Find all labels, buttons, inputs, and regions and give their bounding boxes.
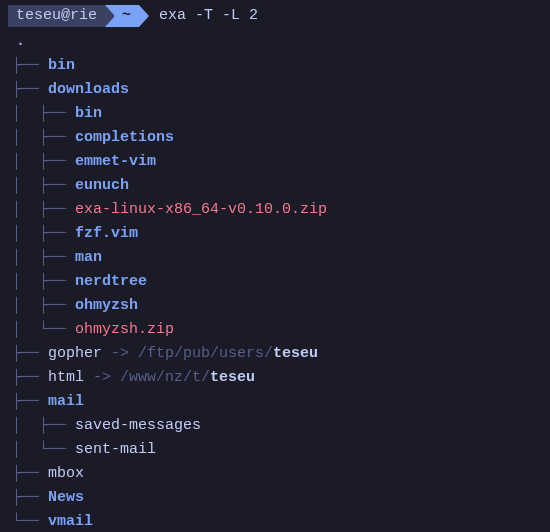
tree-branch-icon: │ ├──: [12, 177, 75, 194]
tree-entry-name: bin: [75, 105, 102, 122]
tree-entry-name: ohmyzsh: [75, 297, 138, 314]
tree-entry-name: saved-messages: [75, 417, 201, 434]
chevron-icon: [139, 5, 149, 27]
tree-entry-name: eunuch: [75, 177, 129, 194]
tree-row: ├── downloads: [8, 78, 542, 102]
tree-row: └── vmail: [8, 510, 542, 532]
tree-row: ├── html -> /www/nz/t/teseu: [8, 366, 542, 390]
tree-row: ├── gopher -> /ftp/pub/users/teseu: [8, 342, 542, 366]
prompt-dir: ~: [114, 5, 139, 27]
symlink-target: teseu: [210, 369, 255, 386]
tree-entry-name: nerdtree: [75, 273, 147, 290]
tree-branch-icon: ├──: [12, 345, 48, 362]
tree-entry-name: mbox: [48, 465, 84, 482]
tree-entry-name: sent-mail: [75, 441, 156, 458]
tree-row: │ ├── eunuch: [8, 174, 542, 198]
tree-row: │ ├── emmet-vim: [8, 150, 542, 174]
prompt-command[interactable]: exa -T -L 2: [159, 4, 258, 28]
tree-branch-icon: │ ├──: [12, 417, 75, 434]
tree-output: ├── bin├── downloads│ ├── bin│ ├── compl…: [8, 54, 542, 532]
symlink-target: teseu: [273, 345, 318, 362]
tree-entry-name: News: [48, 489, 84, 506]
tree-branch-icon: ├──: [12, 57, 48, 74]
tree-entry-name: fzf.vim: [75, 225, 138, 242]
prompt-user-host: teseu@rie: [8, 5, 105, 27]
tree-branch-icon: ├──: [12, 81, 48, 98]
tree-row: │ ├── fzf.vim: [8, 222, 542, 246]
tree-row: │ ├── bin: [8, 102, 542, 126]
tree-row: │ ├── saved-messages: [8, 414, 542, 438]
tree-row: │ ├── ohmyzsh: [8, 294, 542, 318]
tree-row: │ ├── exa-linux-x86_64-v0.10.0.zip: [8, 198, 542, 222]
shell-prompt: teseu@rie ~ exa -T -L 2: [8, 4, 542, 28]
tree-entry-name: ohmyzsh.zip: [75, 321, 174, 338]
symlink-arrow-icon: ->: [84, 369, 120, 386]
tree-row: │ ├── completions: [8, 126, 542, 150]
tree-entry-name: man: [75, 249, 102, 266]
tree-entry-name: html: [48, 369, 84, 386]
tree-branch-icon: │ ├──: [12, 273, 75, 290]
tree-branch-icon: │ └──: [12, 441, 75, 458]
tree-row: ├── mbox: [8, 462, 542, 486]
symlink-path: /www/nz/t/: [120, 369, 210, 386]
tree-row: │ └── ohmyzsh.zip: [8, 318, 542, 342]
tree-branch-icon: │ ├──: [12, 249, 75, 266]
tree-branch-icon: │ ├──: [12, 105, 75, 122]
tree-branch-icon: ├──: [12, 393, 48, 410]
tree-entry-name: mail: [48, 393, 84, 410]
tree-branch-icon: │ ├──: [12, 129, 75, 146]
tree-row: ├── News: [8, 486, 542, 510]
tree-row: │ ├── man: [8, 246, 542, 270]
tree-branch-icon: ├──: [12, 489, 48, 506]
tree-entry-name: exa-linux-x86_64-v0.10.0.zip: [75, 201, 327, 218]
tree-branch-icon: ├──: [12, 465, 48, 482]
tree-branch-icon: │ ├──: [12, 153, 75, 170]
tree-entry-name: downloads: [48, 81, 129, 98]
symlink-path: /ftp/pub/users/: [138, 345, 273, 362]
tree-branch-icon: │ └──: [12, 321, 75, 338]
tree-entry-name: vmail: [48, 513, 93, 530]
tree-entry-name: completions: [75, 129, 174, 146]
tree-root: .: [8, 30, 542, 54]
tree-branch-icon: └──: [12, 513, 48, 530]
tree-entry-name: emmet-vim: [75, 153, 156, 170]
tree-entry-name: bin: [48, 57, 75, 74]
tree-row: ├── bin: [8, 54, 542, 78]
tree-branch-icon: │ ├──: [12, 225, 75, 242]
symlink-arrow-icon: ->: [102, 345, 138, 362]
tree-entry-name: gopher: [48, 345, 102, 362]
tree-branch-icon: │ ├──: [12, 297, 75, 314]
tree-branch-icon: │ ├──: [12, 201, 75, 218]
tree-row: │ ├── nerdtree: [8, 270, 542, 294]
tree-row: ├── mail: [8, 390, 542, 414]
tree-row: │ └── sent-mail: [8, 438, 542, 462]
tree-branch-icon: ├──: [12, 369, 48, 386]
